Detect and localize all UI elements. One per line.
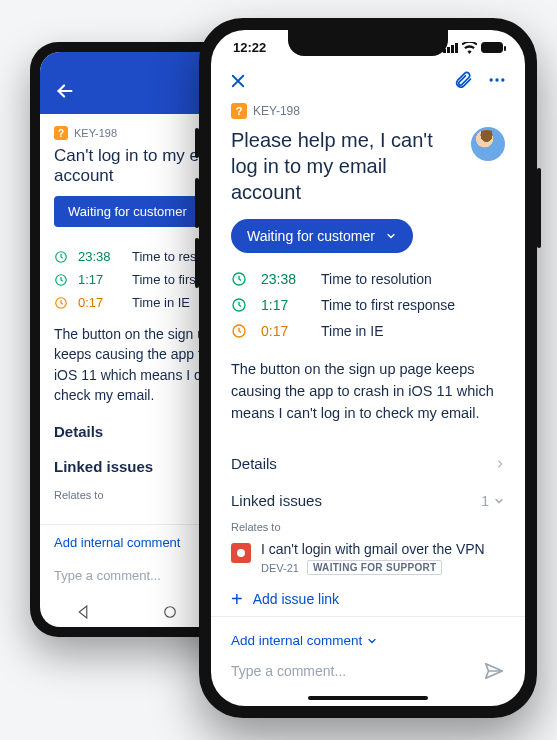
issue-title: Please help me, I can't log in to my ema… — [231, 127, 461, 205]
sla-row: 1:17 Time to first response — [231, 297, 505, 313]
status-button[interactable]: Waiting for customer — [54, 196, 201, 227]
sla-label: Time to first response — [321, 297, 455, 313]
issue-type-bug-icon — [231, 543, 251, 563]
sla-label: Time in IE — [321, 323, 384, 339]
linked-count: 1 — [481, 493, 505, 509]
sla-row: 23:38 Time to resolution — [231, 271, 505, 287]
clock-icon — [231, 271, 247, 287]
sla-time: 23:38 — [261, 271, 307, 287]
clock-icon — [231, 323, 247, 339]
request-type-icon: ? — [54, 126, 68, 140]
request-type-icon: ? — [231, 103, 247, 119]
issue-key-row: ? KEY-198 — [231, 103, 505, 119]
linked-issue-card[interactable]: I can't login with gmail over the VPN DE… — [231, 541, 505, 575]
wifi-icon — [462, 42, 477, 54]
close-button[interactable] — [229, 67, 247, 93]
back-icon[interactable] — [54, 81, 76, 98]
sla-label: Time to resolution — [321, 271, 432, 287]
sla-time: 0:17 — [261, 323, 307, 339]
issue-key: KEY-198 — [253, 104, 300, 118]
status-label: Waiting for customer — [247, 228, 375, 244]
plus-icon: + — [231, 589, 243, 609]
sla-time: 1:17 — [261, 297, 307, 313]
linked-issue-status: WAITING FOR SUPPORT — [307, 560, 442, 575]
reporter-avatar[interactable] — [471, 127, 505, 161]
add-internal-comment-button[interactable]: Add internal comment — [231, 627, 505, 658]
iphone-frame: 12:22 ? — [199, 18, 537, 718]
add-issue-link-button[interactable]: + Add issue link — [231, 589, 505, 609]
more-icon[interactable] — [487, 70, 507, 90]
svg-point-3 — [165, 607, 176, 618]
attachment-icon[interactable] — [453, 70, 473, 90]
iphone-screen: 12:22 ? — [211, 30, 525, 706]
chevron-right-icon — [495, 454, 505, 472]
issue-content: ? KEY-198 Please help me, I can't log in… — [211, 99, 525, 616]
linked-issue-key: DEV-21 — [261, 562, 299, 574]
iphone-volume-down — [195, 238, 199, 288]
details-section-header[interactable]: Details — [231, 444, 505, 482]
issue-key: KEY-198 — [74, 127, 117, 139]
battery-icon — [481, 42, 503, 53]
svg-point-6 — [495, 78, 498, 81]
sla-time: 1:17 — [78, 272, 122, 287]
iphone-volume-up — [195, 178, 199, 228]
chevron-down-icon — [493, 495, 505, 507]
sla-time: 23:38 — [78, 249, 122, 264]
android-home-icon[interactable] — [161, 603, 179, 621]
footer: Add internal comment Type a comment... — [211, 616, 525, 706]
add-issue-link-label: Add issue link — [253, 591, 339, 607]
status-label: Waiting for customer — [68, 204, 187, 219]
linked-issues-section-header[interactable]: Linked issues 1 — [231, 482, 505, 519]
chevron-down-icon — [366, 635, 378, 647]
android-back-icon[interactable] — [74, 603, 92, 621]
svg-point-5 — [490, 78, 493, 81]
sla-label: Time in IE — [132, 295, 190, 310]
status-time: 12:22 — [233, 40, 266, 55]
clock-icon — [231, 297, 247, 313]
comment-composer[interactable]: Type a comment... — [231, 658, 505, 690]
iphone-power-button — [537, 168, 541, 248]
top-toolbar — [211, 57, 525, 99]
iphone-notch — [288, 30, 448, 56]
linked-issue-summary: I can't login with gmail over the VPN — [261, 541, 505, 557]
section-label: Details — [231, 455, 277, 472]
relates-to-label: Relates to — [231, 521, 505, 533]
sla-row: 0:17 Time in IE — [231, 323, 505, 339]
sla-block: 23:38 Time to resolution 1:17 Time to fi… — [231, 271, 505, 339]
comment-placeholder: Type a comment... — [231, 663, 346, 679]
section-label: Linked issues — [231, 492, 322, 509]
iphone-mute-switch — [195, 128, 199, 158]
chevron-down-icon — [385, 230, 397, 242]
status-dropdown[interactable]: Waiting for customer — [231, 219, 413, 253]
ios-home-indicator — [308, 696, 428, 700]
issue-description: The button on the sign up page keeps cau… — [231, 359, 505, 424]
send-icon[interactable] — [483, 660, 505, 682]
svg-point-7 — [501, 78, 504, 81]
sla-time: 0:17 — [78, 295, 122, 310]
